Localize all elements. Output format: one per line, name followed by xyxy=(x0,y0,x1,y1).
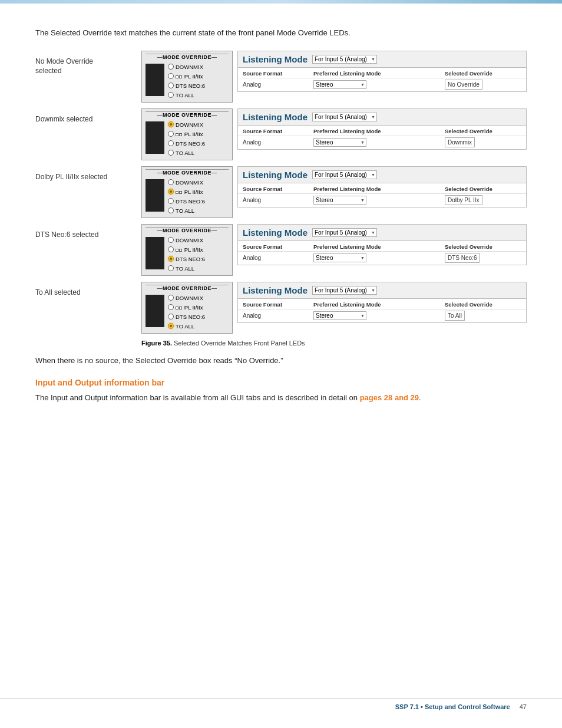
radio-item-no-override-downmix: DOWNMIX xyxy=(168,64,205,70)
mode-override-title-dolby-pl: MODE OVERRIDE xyxy=(146,169,229,176)
col-header-to-all-2: Selected Override xyxy=(445,301,521,308)
radio-label-dolby-pl-2: DTS NEO:6 xyxy=(176,198,205,205)
radio-label-no-override-2: DTS NEO:6 xyxy=(176,83,205,89)
listening-title-downmix: Listening Mode xyxy=(243,112,308,122)
radio-label-dolby-pl-0: DOWNMIX xyxy=(176,179,203,186)
override-cell-dolby-pl: Dolby PL IIx xyxy=(445,197,521,203)
figure-caption: Figure 35. Selected Override Matches Fro… xyxy=(141,340,305,347)
preferred-wrapper-dts-neo[interactable]: Stereo xyxy=(313,253,366,262)
mode-override-title-downmix: MODE OVERRIDE xyxy=(146,111,229,118)
pl-label-to-all: PL II/IIx xyxy=(176,304,203,311)
listening-select-wrapper-dolby-pl[interactable]: For Input 5 (Analog) xyxy=(312,170,377,179)
source-cell-no-override: Analog xyxy=(243,81,313,88)
override-cell-dts-neo: DTS Neo:6 xyxy=(445,255,521,261)
preferred-select-no-override[interactable]: Stereo xyxy=(313,80,366,89)
figure-row-no-override: No Mode OverrideselectedMODE OVERRIDEDOW… xyxy=(35,51,527,103)
listening-select-no-override[interactable]: For Input 5 (Analog) xyxy=(312,55,377,64)
figure-caption-label: Figure 35. xyxy=(141,340,172,347)
listening-select-wrapper-dts-neo[interactable]: For Input 5 (Analog) xyxy=(312,228,377,237)
listening-cols-dolby-pl: Source FormatPreferred Listening ModeSel… xyxy=(238,183,526,194)
black-square-dts-neo xyxy=(146,237,164,269)
preferred-wrapper-downmix[interactable]: Stereo xyxy=(313,138,366,147)
radio-circle-to-all-0 xyxy=(168,295,174,301)
radio-circle-dolby-pl-3 xyxy=(168,207,174,213)
col-header-downmix-2: Selected Override xyxy=(445,128,521,134)
col-header-downmix-0: Source Format xyxy=(243,128,313,134)
radio-circle-downmix-2 xyxy=(168,140,174,146)
listening-select-wrapper-no-override[interactable]: For Input 5 (Analog) xyxy=(312,54,377,64)
radio-circle-downmix-3 xyxy=(168,150,174,156)
listening-select-downmix[interactable]: For Input 5 (Analog) xyxy=(312,113,377,121)
radio-circle-dolby-pl-1 xyxy=(168,189,174,195)
col-header-no-override-1: Preferred Listening Mode xyxy=(313,70,445,77)
listening-select-wrapper-downmix[interactable]: For Input 5 (Analog) xyxy=(312,112,377,121)
body-text: The Input and Output information bar is … xyxy=(35,392,527,404)
listening-header-dts-neo: Listening ModeFor Input 5 (Analog) xyxy=(238,225,526,241)
pl-label-dolby-pl: PL II/IIx xyxy=(176,189,203,195)
radio-item-to-all-dts-neo:6: DTS NEO:6 xyxy=(168,314,205,320)
col-header-dts-neo-2: Selected Override xyxy=(445,243,521,250)
radio-item-downmix-downmix: DOWNMIX xyxy=(168,121,205,128)
mode-override-panel-no-override: MODE OVERRIDEDOWNMIX PL II/IIxDTS NEO:6T… xyxy=(141,51,233,103)
listening-select-row-to-all: For Input 5 (Analog) xyxy=(312,285,377,295)
figure-caption-row: Figure 35. Selected Override Matches Fro… xyxy=(141,340,527,347)
preferred-select-dts-neo[interactable]: Stereo xyxy=(313,253,366,262)
radio-label-downmix-3: TO ALL xyxy=(176,150,194,156)
radio-label-downmix-2: DTS NEO:6 xyxy=(176,140,205,147)
preferred-wrapper-to-all[interactable]: Stereo xyxy=(313,311,366,320)
radio-item-no-override-to-all: TO ALL xyxy=(168,92,205,98)
listening-select-row-dts-neo: For Input 5 (Analog) xyxy=(312,228,377,237)
radio-item-to-all-downmix: DOWNMIX xyxy=(168,295,205,301)
radio-label-dts-neo-3: TO ALL xyxy=(176,265,194,272)
radio-circle-to-all-3 xyxy=(168,323,174,329)
listening-panel-dts-neo: Listening ModeFor Input 5 (Analog)Source… xyxy=(237,224,527,265)
section-heading: Input and Output information bar xyxy=(35,378,527,387)
pl-label-downmix: PL II/IIx xyxy=(176,131,203,137)
radio-label-to-all-2: DTS NEO:6 xyxy=(176,314,205,320)
row-label-no-override: No Mode Overrideselected xyxy=(35,51,141,77)
listening-select-dts-neo[interactable]: For Input 5 (Analog) xyxy=(312,228,377,237)
preferred-select-to-all[interactable]: Stereo xyxy=(313,311,366,320)
listening-select-to-all[interactable]: For Input 5 (Analog) xyxy=(312,286,377,295)
radio-circle-no-override-2 xyxy=(168,83,174,88)
radio-circle-downmix-0 xyxy=(168,121,174,127)
col-header-dolby-pl-2: Selected Override xyxy=(445,186,521,192)
preferred-select-downmix[interactable]: Stereo xyxy=(313,138,366,147)
listening-select-wrapper-to-all[interactable]: For Input 5 (Analog) xyxy=(312,285,377,295)
override-cell-to-all: To All xyxy=(445,312,521,319)
source-cell-dolby-pl: Analog xyxy=(243,197,313,203)
override-value-downmix: Downmix xyxy=(445,137,475,147)
listening-panel-no-override: Listening ModeFor Input 5 (Analog)Source… xyxy=(237,51,527,92)
radio-circle-no-override-0 xyxy=(168,64,174,70)
col-header-to-all-1: Preferred Listening Mode xyxy=(313,301,445,308)
radio-circle-to-all-1 xyxy=(168,304,174,310)
radio-item-downmix-pl-ii/iix: PL II/IIx xyxy=(168,131,205,137)
black-square-dolby-pl xyxy=(146,179,164,212)
radio-item-no-override-pl-ii/iix: PL II/IIx xyxy=(168,73,205,80)
listening-cols-to-all: Source FormatPreferred Listening ModeSel… xyxy=(238,299,526,309)
listening-title-dolby-pl: Listening Mode xyxy=(243,170,308,180)
radio-item-dolby-pl-downmix: DOWNMIX xyxy=(168,179,205,186)
col-header-downmix-1: Preferred Listening Mode xyxy=(313,128,445,134)
figure-row-to-all: To All selectedMODE OVERRIDEDOWNMIX PL I… xyxy=(35,282,527,334)
override-value-dts-neo: DTS Neo:6 xyxy=(445,253,480,263)
listening-header-dolby-pl: Listening ModeFor Input 5 (Analog) xyxy=(238,167,526,183)
col-header-no-override-2: Selected Override xyxy=(445,70,521,77)
listening-select-dolby-pl[interactable]: For Input 5 (Analog) xyxy=(312,170,377,179)
radio-item-dolby-pl-to-all: TO ALL xyxy=(168,207,205,214)
radio-item-dolby-pl-pl-ii/iix: PL II/IIx xyxy=(168,189,205,195)
preferred-wrapper-dolby-pl[interactable]: Stereo xyxy=(313,196,366,205)
preferred-cell-dts-neo: Stereo xyxy=(313,253,445,262)
preferred-select-dolby-pl[interactable]: Stereo xyxy=(313,196,366,205)
override-value-dolby-pl: Dolby PL IIx xyxy=(445,195,482,205)
radio-circle-downmix-1 xyxy=(168,131,174,137)
preferred-wrapper-no-override[interactable]: Stereo xyxy=(313,80,366,89)
radio-item-dts-neo-to-all: TO ALL xyxy=(168,265,205,272)
body-link[interactable]: pages 28 and 29 xyxy=(360,393,419,402)
override-value-to-all: To All xyxy=(445,311,465,321)
radio-label-downmix-0: DOWNMIX xyxy=(176,121,203,128)
intro-text: The Selected Override text matches the c… xyxy=(35,27,527,39)
radio-circle-dolby-pl-2 xyxy=(168,198,174,204)
listening-header-to-all: Listening ModeFor Input 5 (Analog) xyxy=(238,282,526,299)
preferred-cell-no-override: Stereo xyxy=(313,80,445,89)
